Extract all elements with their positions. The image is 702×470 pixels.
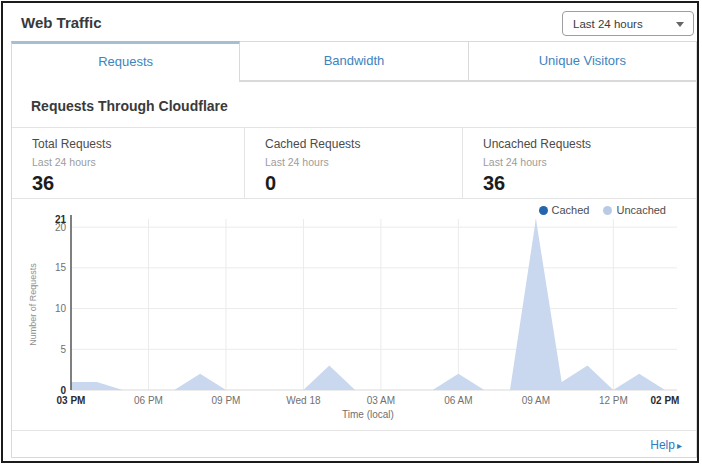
help-arrow-icon: ▸ — [677, 440, 682, 451]
legend-label: Cached — [552, 204, 590, 216]
stat-cached-requests: Cached Requests Last 24 hours 0 — [244, 128, 462, 198]
tab-requests[interactable]: Requests — [11, 41, 240, 82]
svg-text:15: 15 — [55, 262, 67, 273]
legend-label: Uncached — [616, 204, 666, 216]
svg-text:Wed 18: Wed 18 — [286, 395, 321, 406]
svg-text:Number of Requests: Number of Requests — [28, 263, 38, 346]
card-footer: Help▸ — [12, 430, 696, 457]
requests-area-chart: 051015202103 PM06 PM09 PMWed 1803 AM06 A… — [12, 199, 696, 430]
svg-text:06 AM: 06 AM — [444, 395, 472, 406]
help-link[interactable]: Help▸ — [650, 438, 682, 452]
svg-text:02 PM: 02 PM — [651, 395, 680, 406]
svg-text:09 PM: 09 PM — [212, 395, 241, 406]
stat-uncached-requests: Uncached Requests Last 24 hours 36 — [462, 128, 696, 198]
help-link-label: Help — [650, 438, 675, 452]
stat-period: Last 24 hours — [32, 156, 244, 168]
stats-row: Total Requests Last 24 hours 36 Cached R… — [12, 127, 696, 199]
stat-label: Cached Requests — [265, 137, 462, 151]
svg-text:12 PM: 12 PM — [599, 395, 628, 406]
section-heading: Requests Through Cloudflare — [31, 98, 228, 114]
stat-label: Uncached Requests — [483, 137, 696, 151]
stat-period: Last 24 hours — [483, 156, 696, 168]
legend-item-uncached[interactable]: Uncached — [603, 204, 666, 216]
time-range-value: Last 24 hours — [573, 18, 643, 30]
stat-value: 36 — [32, 172, 244, 195]
window-frame: Web Traffic Last 24 hours Requests Bandw… — [1, 1, 699, 463]
cached-dot-icon — [539, 206, 548, 215]
stat-value: 0 — [265, 172, 462, 195]
tab-requests-label: Requests — [98, 54, 153, 69]
tab-bandwidth[interactable]: Bandwidth — [240, 41, 468, 81]
tab-unique-visitors[interactable]: Unique Visitors — [469, 41, 697, 81]
svg-text:10: 10 — [55, 303, 67, 314]
svg-text:09 AM: 09 AM — [522, 395, 550, 406]
svg-text:06 PM: 06 PM — [134, 395, 163, 406]
tab-unique-visitors-label: Unique Visitors — [539, 53, 626, 68]
svg-text:Time (local): Time (local) — [342, 409, 394, 420]
stat-label: Total Requests — [32, 137, 244, 151]
chevron-down-icon — [676, 22, 684, 27]
tab-bandwidth-label: Bandwidth — [324, 53, 385, 68]
svg-text:21: 21 — [55, 214, 67, 225]
stat-total-requests: Total Requests Last 24 hours 36 — [12, 128, 244, 198]
legend-item-cached[interactable]: Cached — [539, 204, 590, 216]
uncached-dot-icon — [603, 206, 612, 215]
svg-text:03 PM: 03 PM — [57, 395, 86, 406]
stat-value: 36 — [483, 172, 696, 195]
page-title: Web Traffic — [21, 14, 102, 31]
svg-text:03 AM: 03 AM — [367, 395, 395, 406]
stat-period: Last 24 hours — [265, 156, 462, 168]
requests-chart: CachedUncached 051015202103 PM06 PM09 PM… — [12, 199, 696, 430]
time-range-select[interactable]: Last 24 hours — [562, 11, 694, 36]
chart-legend: CachedUncached — [539, 204, 666, 216]
tab-bar: Requests Bandwidth Unique Visitors — [11, 41, 697, 82]
svg-text:0: 0 — [60, 385, 66, 396]
svg-text:5: 5 — [60, 344, 66, 355]
